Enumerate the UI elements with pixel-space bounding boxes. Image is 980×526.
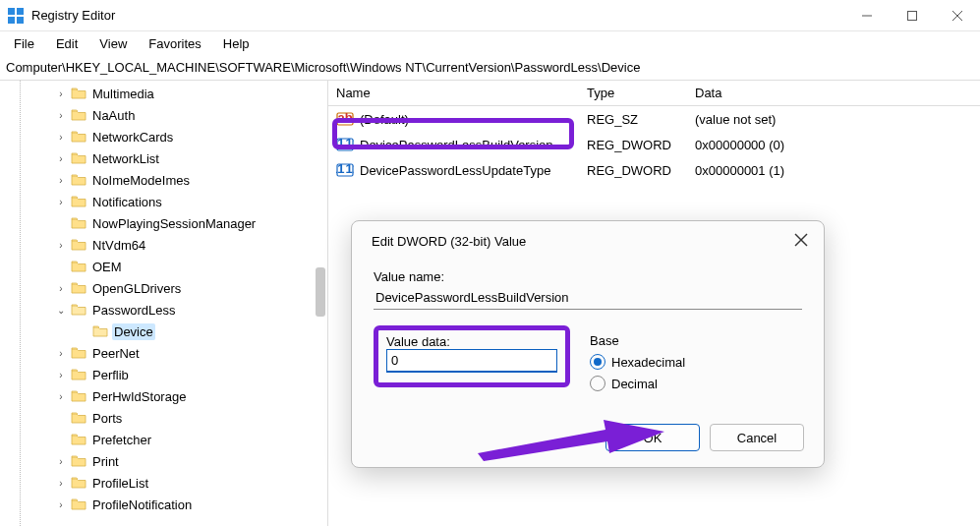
chevron-right-icon[interactable] — [55, 499, 67, 510]
tree-item-label: Notifications — [90, 194, 164, 210]
chevron-right-icon[interactable] — [55, 153, 67, 164]
tree-item[interactable]: NowPlayingSessionManager — [8, 212, 327, 234]
folder-icon — [71, 454, 86, 468]
tree-item[interactable]: NtVdm64 — [8, 234, 327, 256]
list-header: Name Type Data — [328, 81, 980, 106]
tree-item[interactable]: Ports — [8, 407, 327, 429]
chevron-down-icon[interactable] — [55, 305, 67, 316]
tree-item[interactable]: NetworkCards — [8, 126, 327, 147]
tree-item-label: OpenGLDrivers — [90, 280, 183, 297]
tree-item[interactable]: ProfileNotification — [8, 494, 327, 515]
tree-item[interactable]: Multimedia — [8, 83, 327, 104]
chevron-right-icon[interactable] — [55, 370, 67, 380]
svg-text:011 110: 011 110 — [336, 161, 354, 176]
tree-item[interactable]: OEM — [8, 256, 327, 277]
tree-item[interactable]: NetworkList — [8, 147, 327, 169]
tree-item[interactable]: Notifications — [8, 191, 327, 212]
column-header-data[interactable]: Data — [687, 86, 980, 100]
app-icon — [8, 8, 24, 24]
list-row[interactable]: 011 110DevicePasswordLessBuildVersionREG… — [328, 132, 980, 157]
dialog-title: Edit DWORD (32-bit) Value — [372, 234, 526, 249]
chevron-right-icon[interactable] — [55, 456, 67, 467]
radio-hexadecimal[interactable]: Hexadecimal — [590, 354, 802, 370]
chevron-right-icon[interactable] — [55, 132, 67, 143]
tree-item-label: Device — [112, 323, 155, 340]
tree-item[interactable]: Print — [8, 450, 327, 472]
menu-file[interactable]: File — [4, 34, 44, 53]
tree-item[interactable]: Prefetcher — [8, 429, 327, 450]
base-label: Base — [590, 333, 802, 348]
maximize-button[interactable] — [890, 0, 935, 30]
tree-item[interactable]: PerHwIdStorage — [8, 385, 327, 407]
tree-item[interactable]: Perflib — [8, 364, 327, 385]
list-row[interactable]: ab(Default)REG_SZ(value not set) — [328, 106, 980, 132]
minimize-button[interactable] — [844, 0, 890, 30]
folder-icon — [71, 346, 86, 360]
chevron-right-icon[interactable] — [55, 478, 67, 489]
menu-edit[interactable]: Edit — [46, 34, 87, 53]
value-type: REG_DWORD — [579, 138, 687, 152]
chevron-right-icon[interactable] — [55, 240, 67, 251]
value-name: DevicePasswordLessUpdateType — [360, 163, 550, 178]
chevron-right-icon[interactable] — [55, 348, 67, 359]
tree-item-label: PerHwIdStorage — [90, 388, 188, 405]
folder-icon — [71, 476, 86, 490]
value-name-label: Value name: — [374, 269, 802, 284]
column-header-name[interactable]: Name — [328, 86, 579, 100]
chevron-right-icon[interactable] — [55, 391, 67, 402]
tree-item[interactable]: NaAuth — [8, 104, 327, 126]
tree-item-label: NetworkCards — [90, 129, 175, 146]
tree-item-label: NtVdm64 — [90, 237, 147, 254]
folder-icon — [71, 108, 86, 122]
radio-decimal[interactable]: Decimal — [590, 376, 802, 391]
close-button[interactable] — [935, 0, 980, 30]
tree-item[interactable]: Device — [8, 321, 327, 342]
radio-icon — [590, 376, 605, 391]
column-header-type[interactable]: Type — [579, 86, 687, 100]
svg-rect-0 — [8, 8, 15, 15]
folder-icon — [71, 238, 86, 252]
tree-item[interactable]: PeerNet — [8, 342, 327, 364]
window-title: Registry Editor — [31, 8, 844, 23]
folder-icon — [71, 303, 86, 317]
chevron-right-icon[interactable] — [55, 175, 67, 186]
tree-item[interactable]: PasswordLess — [8, 299, 327, 321]
tree-pane[interactable]: MultimediaNaAuthNetworkCardsNetworkListN… — [0, 81, 328, 526]
radio-icon — [590, 354, 605, 370]
folder-icon — [71, 173, 86, 187]
folder-icon — [71, 497, 86, 511]
tree-item-label: OEM — [90, 259, 124, 275]
value-name-field[interactable] — [374, 286, 802, 310]
svg-text:ab: ab — [337, 110, 352, 125]
value-name: DevicePasswordLessBuildVersion — [360, 138, 553, 152]
tree-item[interactable]: ProfileList — [8, 472, 327, 494]
folder-icon — [71, 368, 86, 381]
chevron-right-icon[interactable] — [55, 110, 67, 121]
dialog-close-button[interactable] — [794, 233, 808, 250]
scrollbar-thumb[interactable] — [316, 267, 325, 317]
tree-item[interactable]: OpenGLDrivers — [8, 277, 327, 299]
chevron-right-icon[interactable] — [55, 88, 67, 99]
address-path: Computer\HKEY_LOCAL_MACHINE\SOFTWARE\Mic… — [6, 60, 640, 75]
cancel-button[interactable]: Cancel — [710, 424, 804, 451]
menu-view[interactable]: View — [89, 34, 137, 53]
folder-icon — [71, 260, 86, 273]
menu-favorites[interactable]: Favorites — [139, 34, 210, 53]
binary-value-icon: 011 110 — [336, 161, 354, 179]
folder-icon — [92, 324, 108, 338]
menu-help[interactable]: Help — [213, 34, 259, 53]
value-type: REG_DWORD — [579, 163, 687, 178]
folder-icon — [71, 389, 86, 403]
tree-item-label: NoImeModeImes — [90, 172, 192, 189]
folder-icon — [71, 281, 86, 295]
tree-item[interactable]: NoImeModeImes — [8, 169, 327, 191]
ok-button[interactable]: OK — [605, 424, 700, 451]
address-bar[interactable]: Computer\HKEY_LOCAL_MACHINE\SOFTWARE\Mic… — [0, 55, 980, 81]
chevron-right-icon[interactable] — [55, 197, 67, 207]
value-data-field[interactable] — [386, 349, 557, 373]
tree-item-label: ProfileList — [90, 475, 150, 492]
chevron-right-icon[interactable] — [55, 283, 67, 294]
list-row[interactable]: 011 110DevicePasswordLessUpdateTypeREG_D… — [328, 157, 980, 183]
title-bar: Registry Editor — [0, 0, 980, 31]
edit-dword-dialog: Edit DWORD (32-bit) Value Value name: Va… — [351, 220, 825, 468]
